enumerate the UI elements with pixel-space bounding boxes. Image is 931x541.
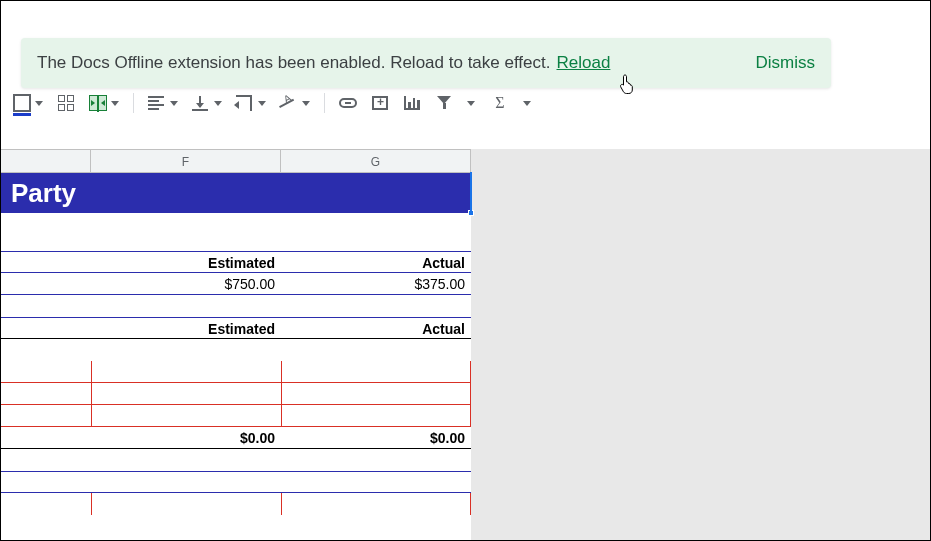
title-cell[interactable]: Party xyxy=(1,173,471,213)
offline-banner: The Docs Offline extension has been enab… xyxy=(21,38,831,88)
input-row[interactable] xyxy=(1,405,471,427)
value-row[interactable]: $750.00 $375.00 xyxy=(1,273,471,295)
functions-dropdown[interactable] xyxy=(519,90,537,116)
chart-icon xyxy=(404,96,420,110)
out-of-range-area xyxy=(471,149,930,540)
blank-row[interactable] xyxy=(1,339,471,361)
spacer-row[interactable] xyxy=(1,213,471,251)
borders-button[interactable] xyxy=(53,90,79,116)
link-icon xyxy=(339,98,357,108)
cell[interactable]: Estimated xyxy=(91,318,281,338)
cell[interactable]: Actual xyxy=(281,252,471,272)
header-row[interactable]: Estimated Actual xyxy=(1,317,471,339)
horizontal-align-button[interactable] xyxy=(144,90,182,116)
sigma-icon: Σ xyxy=(495,94,504,112)
spacer-row[interactable] xyxy=(1,295,471,317)
align-left-icon xyxy=(148,96,164,110)
wrap-icon xyxy=(236,95,252,111)
cell[interactable]: $0.00 xyxy=(281,427,471,448)
merge-cells-button[interactable] xyxy=(85,90,123,116)
fill-color-button[interactable] xyxy=(9,90,47,116)
comment-icon xyxy=(372,96,388,110)
cell[interactable]: Estimated xyxy=(91,252,281,272)
reload-link[interactable]: Reload xyxy=(557,53,611,73)
title-text: Party xyxy=(11,178,76,208)
spreadsheet-area[interactable]: F G Party Estimated Actual $750.00 $375.… xyxy=(1,149,930,540)
functions-button[interactable]: Σ xyxy=(487,90,513,116)
cell[interactable]: $0.00 xyxy=(91,427,281,448)
selection-handle[interactable] xyxy=(468,210,474,216)
cell[interactable]: $375.00 xyxy=(281,273,471,294)
input-row[interactable] xyxy=(1,361,471,383)
total-row[interactable]: $0.00 $0.00 xyxy=(1,427,471,449)
merge-icon xyxy=(89,95,107,111)
text-rotation-button[interactable] xyxy=(276,90,314,116)
spacer-row[interactable] xyxy=(1,449,471,471)
input-row[interactable] xyxy=(1,383,471,405)
toolbar: Σ xyxy=(9,89,537,117)
data-rows: Estimated Actual $750.00 $375.00 Estimat… xyxy=(1,213,471,515)
column-header-f[interactable]: F xyxy=(91,150,281,172)
dismiss-button[interactable]: Dismiss xyxy=(756,53,816,73)
vertical-align-button[interactable] xyxy=(188,90,226,116)
insert-chart-button[interactable] xyxy=(399,90,425,116)
text-wrap-button[interactable] xyxy=(232,90,270,116)
header-row[interactable]: Estimated Actual xyxy=(1,251,471,273)
pointer-cursor-icon xyxy=(619,74,635,94)
insert-link-button[interactable] xyxy=(335,90,361,116)
insert-comment-button[interactable] xyxy=(367,90,393,116)
separator xyxy=(133,93,134,113)
paint-bucket-icon xyxy=(13,94,31,112)
column-header-g[interactable]: G xyxy=(281,150,471,172)
filter-button[interactable] xyxy=(431,90,457,116)
cell[interactable]: $750.00 xyxy=(91,273,281,294)
blank-row[interactable] xyxy=(1,471,471,493)
blank-row[interactable] xyxy=(1,493,471,515)
banner-message: The Docs Offline extension has been enab… xyxy=(37,53,551,73)
align-bottom-icon xyxy=(192,95,208,111)
borders-icon xyxy=(58,95,74,111)
column-header-e[interactable] xyxy=(1,150,91,172)
filter-icon xyxy=(437,96,451,110)
separator xyxy=(324,93,325,113)
rotate-icon xyxy=(280,95,296,111)
filter-dropdown[interactable] xyxy=(463,90,481,116)
cell[interactable]: Actual xyxy=(281,318,471,338)
